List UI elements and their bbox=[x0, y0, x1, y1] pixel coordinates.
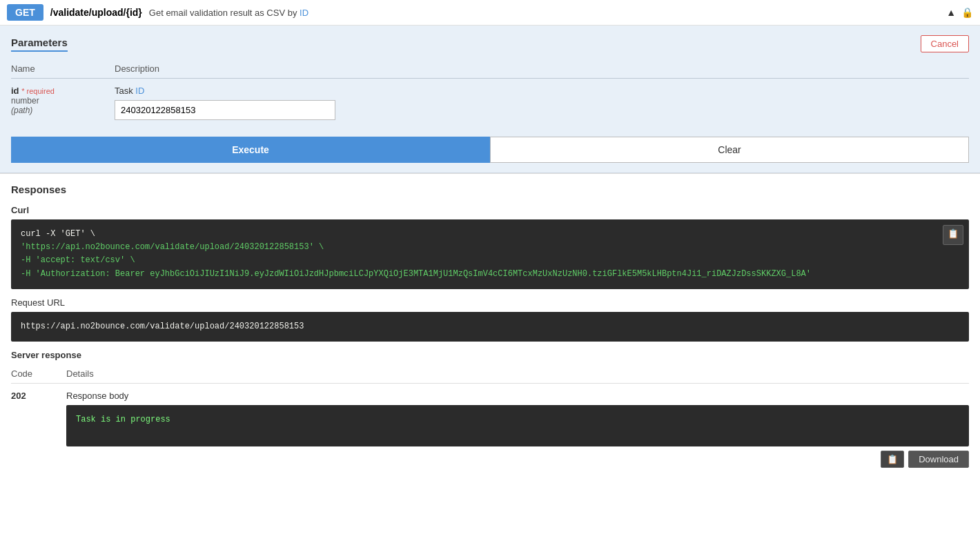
col-name: Name bbox=[11, 59, 115, 79]
endpoint-description: Get email validation result as CSV by ID bbox=[149, 8, 308, 18]
parameters-table: Name Description id * required number (p… bbox=[11, 59, 969, 127]
clear-button[interactable]: Clear bbox=[490, 137, 969, 163]
lock-icon: 🔒 bbox=[961, 7, 973, 18]
parameters-title: Parameters bbox=[11, 37, 68, 52]
id-input[interactable] bbox=[115, 100, 335, 120]
collapse-icon[interactable]: ▲ bbox=[946, 7, 956, 18]
method-badge: GET bbox=[7, 4, 43, 21]
param-location: (path) bbox=[11, 106, 115, 115]
copy-response-button[interactable]: 📋 bbox=[881, 451, 904, 468]
param-type: number bbox=[11, 96, 115, 106]
param-description: Task ID bbox=[115, 86, 969, 96]
col-code: Code bbox=[11, 364, 66, 384]
response-body-text: Task is in progress bbox=[76, 415, 170, 424]
curl-line-3: -H 'accept: text/csv' \ bbox=[21, 254, 959, 267]
response-table: Code Details 202 Response body Task is i… bbox=[11, 364, 969, 475]
request-url-value: https://api.no2bounce.com/validate/uploa… bbox=[21, 322, 304, 331]
table-row: id * required number (path) Task ID bbox=[11, 79, 969, 128]
curl-line-1: curl -X 'GET' \ bbox=[21, 228, 959, 241]
curl-line-4: -H 'Authorization: Bearer eyJhbGciOiJIUz… bbox=[21, 268, 959, 281]
description-link: ID bbox=[300, 8, 308, 18]
responses-title: Responses bbox=[11, 184, 969, 195]
section-header: Parameters Cancel bbox=[11, 35, 969, 52]
action-buttons: Execute Clear bbox=[11, 137, 969, 163]
request-url-label: Request URL bbox=[11, 297, 969, 308]
response-body-label: Response body bbox=[66, 391, 969, 401]
response-body-block: Task is in progress bbox=[66, 405, 969, 446]
execute-button[interactable]: Execute bbox=[11, 137, 490, 163]
param-required: * required bbox=[21, 87, 55, 95]
request-url-block: https://api.no2bounce.com/validate/uploa… bbox=[11, 312, 969, 342]
header-icons: ▲ 🔒 bbox=[946, 7, 973, 18]
responses-section: Responses Curl 📋 curl -X 'GET' \ 'https:… bbox=[0, 174, 980, 484]
cancel-button[interactable]: Cancel bbox=[921, 35, 969, 52]
response-code: 202 bbox=[11, 383, 66, 475]
response-actions: 📋 Download bbox=[66, 451, 969, 468]
server-response-label: Server response bbox=[11, 350, 969, 360]
curl-line-2: 'https://api.no2bounce.com/validate/uplo… bbox=[21, 241, 959, 254]
parameters-section: Parameters Cancel Name Description id * … bbox=[0, 26, 980, 173]
response-row: 202 Response body Task is in progress 📋 … bbox=[11, 383, 969, 475]
curl-label: Curl bbox=[11, 205, 969, 215]
param-name: id bbox=[11, 86, 19, 96]
task-id-link[interactable]: ID bbox=[135, 86, 144, 96]
col-details: Details bbox=[66, 364, 969, 384]
download-button[interactable]: Download bbox=[908, 451, 969, 468]
copy-curl-icon[interactable]: 📋 bbox=[943, 225, 963, 245]
col-description: Description bbox=[115, 59, 969, 79]
header-bar: GET /validate/upload/{id} Get email vali… bbox=[0, 0, 980, 26]
curl-code-block: 📋 curl -X 'GET' \ 'https://api.no2bounce… bbox=[11, 219, 969, 289]
endpoint-path: /validate/upload/{id} bbox=[50, 7, 142, 18]
